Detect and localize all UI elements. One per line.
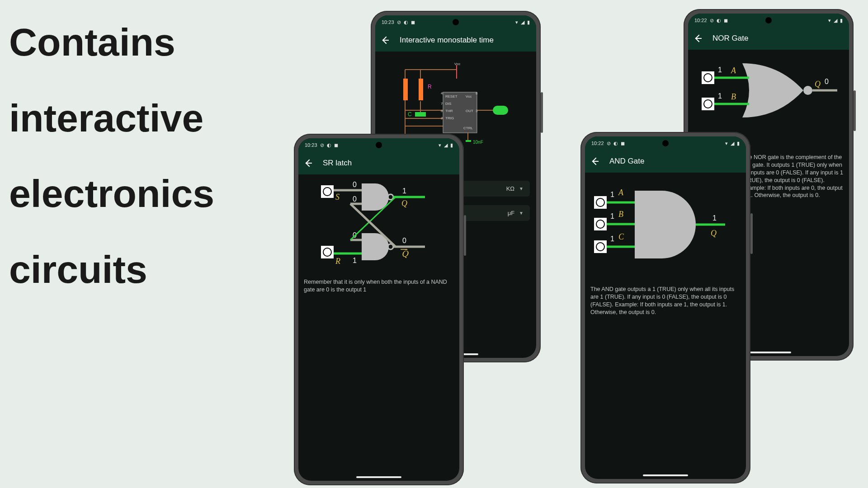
wifi-icon: ▾ bbox=[828, 18, 831, 23]
svg-text:Q: Q bbox=[815, 80, 821, 89]
svg-text:1: 1 bbox=[718, 92, 722, 100]
svg-text:A: A bbox=[731, 66, 736, 75]
status-time: 10:23 bbox=[382, 19, 394, 25]
svg-text:0: 0 bbox=[402, 237, 406, 244]
svg-text:1: 1 bbox=[610, 191, 614, 198]
svg-text:Q̄: Q̄ bbox=[401, 249, 409, 258]
chevron-down-icon: ▼ bbox=[519, 211, 524, 216]
back-button[interactable] bbox=[591, 157, 600, 166]
svg-text:CTRL: CTRL bbox=[463, 126, 473, 130]
status-square-icon: ◼ bbox=[621, 141, 625, 146]
svg-text:B: B bbox=[618, 210, 623, 219]
svg-text:10nF: 10nF bbox=[473, 140, 483, 145]
svg-text:R: R bbox=[335, 257, 340, 266]
svg-text:0: 0 bbox=[353, 195, 357, 203]
svg-text:RESET: RESET bbox=[445, 94, 458, 99]
chevron-down-icon: ▼ bbox=[519, 186, 524, 191]
svg-text:B: B bbox=[731, 92, 736, 101]
svg-text:2: 2 bbox=[441, 116, 443, 120]
resistor-icon bbox=[419, 79, 423, 100]
marketing-headline: Contains interactive electronics circuit… bbox=[9, 5, 298, 308]
status-dot-icon: ◐ bbox=[717, 18, 721, 23]
description-text: Remember that it is only when both the i… bbox=[298, 274, 459, 298]
phone-notch bbox=[765, 17, 772, 23]
svg-text:OUT: OUT bbox=[466, 109, 473, 113]
home-indicator[interactable] bbox=[746, 352, 791, 353]
phone-and-gate: 10:22 ⊘ ◐ ◼ ▾ ◢ ▮ AND Gate 1 bbox=[580, 132, 750, 483]
status-time: 10:22 bbox=[694, 18, 707, 23]
svg-text:1: 1 bbox=[402, 187, 406, 195]
svg-point-48 bbox=[803, 86, 812, 95]
dnd-icon: ⊘ bbox=[397, 19, 401, 25]
battery-icon: ▮ bbox=[527, 19, 530, 25]
label-R: R bbox=[428, 84, 432, 90]
svg-text:4: 4 bbox=[441, 91, 443, 95]
app-bar: AND Gate bbox=[585, 150, 746, 173]
svg-text:A: A bbox=[618, 188, 624, 197]
svg-text:1: 1 bbox=[712, 214, 717, 222]
svg-text:DIS: DIS bbox=[445, 102, 451, 106]
status-time: 10:23 bbox=[305, 142, 317, 148]
led-icon bbox=[493, 106, 508, 115]
circuit-canvas[interactable]: S 0 0 R 1 0 1 Q bbox=[298, 174, 459, 274]
phone-notch bbox=[376, 142, 382, 148]
wifi-icon: ▾ bbox=[725, 141, 728, 146]
svg-text:THR: THR bbox=[445, 109, 453, 113]
status-dot-icon: ◐ bbox=[613, 141, 618, 146]
signal-icon: ◢ bbox=[834, 18, 837, 23]
battery-icon: ▮ bbox=[840, 18, 843, 23]
signal-icon: ◢ bbox=[521, 19, 524, 25]
svg-text:1: 1 bbox=[353, 257, 357, 264]
page-title: SR latch bbox=[323, 159, 352, 168]
page-title: Interactive monostable time bbox=[400, 36, 494, 45]
svg-text:3: 3 bbox=[476, 109, 478, 113]
battery-icon: ▮ bbox=[737, 141, 740, 146]
resistor-icon bbox=[403, 79, 408, 100]
circuit-canvas[interactable]: 1 A 1 B 1 C 1 Q bbox=[585, 173, 746, 281]
status-square-icon: ◼ bbox=[411, 19, 415, 25]
svg-text:1: 1 bbox=[610, 235, 614, 243]
description-text: The AND gate outputs a 1 (TRUE) only whe… bbox=[585, 281, 746, 321]
dnd-icon: ⊘ bbox=[710, 18, 714, 23]
svg-rect-23 bbox=[466, 140, 471, 142]
battery-icon: ▮ bbox=[450, 142, 453, 148]
svg-text:0: 0 bbox=[353, 181, 357, 188]
back-button[interactable] bbox=[382, 36, 391, 45]
phone-notch bbox=[453, 19, 459, 25]
svg-text:0: 0 bbox=[825, 78, 829, 85]
phone-sr-latch: 10:23 ⊘ ◐ ◼ ▾ ◢ ▮ SR latch bbox=[294, 134, 464, 485]
label-vcc: Vcc bbox=[454, 62, 460, 66]
back-button[interactable] bbox=[305, 159, 314, 168]
status-dot-icon: ◐ bbox=[404, 19, 408, 25]
label-C: C bbox=[408, 111, 412, 117]
signal-icon: ◢ bbox=[731, 141, 734, 146]
svg-text:6: 6 bbox=[441, 109, 443, 113]
wifi-icon: ▾ bbox=[515, 19, 518, 25]
svg-text:Vcc: Vcc bbox=[466, 94, 472, 99]
status-dot-icon: ◐ bbox=[327, 142, 331, 148]
back-button[interactable] bbox=[694, 34, 703, 43]
svg-text:1: 1 bbox=[610, 212, 614, 220]
wifi-icon: ▾ bbox=[439, 142, 441, 148]
app-bar: Interactive monostable time bbox=[375, 29, 536, 52]
home-indicator[interactable] bbox=[356, 476, 401, 478]
status-square-icon: ◼ bbox=[724, 18, 728, 23]
app-bar: SR latch bbox=[298, 152, 459, 174]
and-gate-icon bbox=[635, 191, 696, 258]
home-indicator[interactable] bbox=[643, 474, 688, 476]
page-title: NOR Gate bbox=[712, 34, 748, 43]
status-time: 10:22 bbox=[591, 141, 604, 146]
app-bar: NOR Gate bbox=[688, 27, 849, 50]
page-title: AND Gate bbox=[609, 157, 644, 166]
status-square-icon: ◼ bbox=[334, 142, 338, 148]
svg-text:1: 1 bbox=[718, 66, 722, 74]
signal-icon: ◢ bbox=[444, 142, 448, 148]
dnd-icon: ⊘ bbox=[320, 142, 324, 148]
svg-text:C: C bbox=[618, 232, 624, 241]
svg-text:TRIG: TRIG bbox=[445, 116, 454, 120]
svg-text:Q: Q bbox=[401, 199, 407, 208]
phone-notch bbox=[662, 140, 669, 146]
svg-text:8: 8 bbox=[476, 91, 478, 95]
dnd-icon: ⊘ bbox=[607, 141, 611, 146]
svg-text:S: S bbox=[335, 192, 340, 202]
